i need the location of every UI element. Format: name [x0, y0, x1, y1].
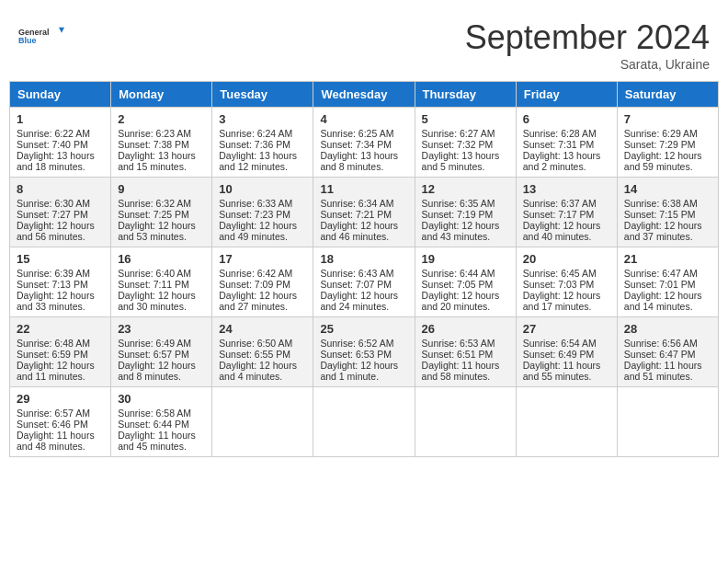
daylight-text: Daylight: 12 hours and 27 minutes. — [219, 290, 297, 312]
day-number: 18 — [320, 252, 407, 266]
sunset-text: Sunset: 7:01 PM — [624, 279, 696, 290]
sunset-text: Sunset: 7:07 PM — [320, 279, 392, 290]
sunrise-text: Sunrise: 6:56 AM — [624, 338, 698, 349]
calendar-week-row: 29Sunrise: 6:57 AMSunset: 6:46 PMDayligh… — [10, 387, 719, 457]
sunset-text: Sunset: 6:55 PM — [219, 349, 290, 360]
calendar-cell: 4Sunrise: 6:25 AMSunset: 7:34 PMDaylight… — [313, 108, 415, 178]
day-number: 12 — [422, 182, 509, 196]
daylight-text: Daylight: 11 hours and 45 minutes. — [118, 430, 196, 452]
calendar-cell — [617, 387, 718, 457]
daylight-text: Daylight: 12 hours and 53 minutes. — [118, 220, 196, 242]
calendar-cell: 22Sunrise: 6:48 AMSunset: 6:59 PMDayligh… — [10, 317, 111, 387]
sunset-text: Sunset: 7:17 PM — [523, 209, 595, 220]
day-number: 15 — [17, 252, 104, 266]
sunrise-text: Sunrise: 6:40 AM — [118, 268, 191, 279]
calendar-table: SundayMondayTuesdayWednesdayThursdayFrid… — [9, 81, 719, 457]
calendar-header-row: SundayMondayTuesdayWednesdayThursdayFrid… — [10, 82, 719, 108]
daylight-text: Daylight: 13 hours and 5 minutes. — [422, 150, 500, 172]
daylight-text: Daylight: 13 hours and 8 minutes. — [320, 150, 398, 172]
day-number: 14 — [624, 182, 711, 196]
sunrise-text: Sunrise: 6:53 AM — [422, 338, 495, 349]
sunrise-text: Sunrise: 6:33 AM — [219, 198, 292, 209]
calendar-cell: 20Sunrise: 6:45 AMSunset: 7:03 PMDayligh… — [516, 247, 617, 317]
daylight-text: Daylight: 12 hours and 1 minute. — [320, 360, 398, 382]
sunset-text: Sunset: 7:11 PM — [118, 279, 189, 290]
sunset-text: Sunset: 7:36 PM — [219, 139, 290, 150]
day-number: 20 — [523, 252, 610, 266]
svg-marker-2 — [59, 28, 64, 33]
sunrise-text: Sunrise: 6:54 AM — [523, 338, 597, 349]
daylight-text: Daylight: 12 hours and 37 minutes. — [624, 220, 702, 242]
day-number: 2 — [118, 112, 205, 126]
sunset-text: Sunset: 7:15 PM — [624, 209, 696, 220]
calendar-cell: 7Sunrise: 6:29 AMSunset: 7:29 PMDaylight… — [617, 108, 718, 178]
day-number: 21 — [624, 252, 711, 266]
calendar-week-row: 1Sunrise: 6:22 AMSunset: 7:40 PMDaylight… — [10, 108, 719, 178]
sunrise-text: Sunrise: 6:24 AM — [219, 128, 292, 139]
sunset-text: Sunset: 6:53 PM — [320, 349, 392, 360]
day-number: 4 — [320, 112, 407, 126]
day-number: 7 — [624, 112, 711, 126]
col-header-monday: Monday — [111, 82, 212, 108]
sunset-text: Sunset: 7:21 PM — [320, 209, 392, 220]
col-header-tuesday: Tuesday — [212, 82, 313, 108]
day-number: 22 — [17, 322, 104, 336]
sunset-text: Sunset: 7:19 PM — [422, 209, 494, 220]
sunrise-text: Sunrise: 6:44 AM — [422, 268, 495, 279]
sunset-text: Sunset: 7:25 PM — [118, 209, 189, 220]
sunset-text: Sunset: 7:03 PM — [523, 279, 595, 290]
daylight-text: Daylight: 11 hours and 51 minutes. — [624, 360, 702, 382]
daylight-text: Daylight: 11 hours and 55 minutes. — [523, 360, 601, 382]
calendar-cell — [313, 387, 415, 457]
sunset-text: Sunset: 7:31 PM — [523, 139, 595, 150]
day-number: 17 — [219, 252, 306, 266]
sunset-text: Sunset: 6:49 PM — [523, 349, 595, 360]
col-header-friday: Friday — [516, 82, 617, 108]
sunrise-text: Sunrise: 6:43 AM — [320, 268, 393, 279]
calendar-cell: 27Sunrise: 6:54 AMSunset: 6:49 PMDayligh… — [516, 317, 617, 387]
sunrise-text: Sunrise: 6:57 AM — [17, 408, 90, 419]
sunset-text: Sunset: 6:44 PM — [118, 419, 189, 430]
day-number: 1 — [17, 112, 104, 126]
sunrise-text: Sunrise: 6:25 AM — [320, 128, 393, 139]
day-number: 23 — [118, 322, 205, 336]
sunset-text: Sunset: 6:59 PM — [17, 349, 88, 360]
calendar-cell: 17Sunrise: 6:42 AMSunset: 7:09 PMDayligh… — [212, 247, 313, 317]
daylight-text: Daylight: 12 hours and 4 minutes. — [219, 360, 297, 382]
sunrise-text: Sunrise: 6:39 AM — [17, 268, 90, 279]
calendar-cell: 16Sunrise: 6:40 AMSunset: 7:11 PMDayligh… — [111, 247, 212, 317]
sunset-text: Sunset: 7:13 PM — [17, 279, 88, 290]
day-number: 28 — [624, 322, 711, 336]
svg-text:General: General — [18, 28, 50, 37]
sunrise-text: Sunrise: 6:35 AM — [422, 198, 495, 209]
daylight-text: Daylight: 12 hours and 8 minutes. — [118, 360, 196, 382]
calendar-cell — [212, 387, 313, 457]
day-number: 16 — [118, 252, 205, 266]
sunrise-text: Sunrise: 6:28 AM — [523, 128, 597, 139]
calendar-cell: 26Sunrise: 6:53 AMSunset: 6:51 PMDayligh… — [415, 317, 516, 387]
calendar-cell: 11Sunrise: 6:34 AMSunset: 7:21 PMDayligh… — [313, 178, 415, 247]
daylight-text: Daylight: 12 hours and 20 minutes. — [422, 290, 500, 312]
day-number: 25 — [320, 322, 407, 336]
sunrise-text: Sunrise: 6:58 AM — [118, 408, 191, 419]
calendar-cell: 5Sunrise: 6:27 AMSunset: 7:32 PMDaylight… — [415, 108, 516, 178]
calendar-cell: 19Sunrise: 6:44 AMSunset: 7:05 PMDayligh… — [415, 247, 516, 317]
calendar-cell: 24Sunrise: 6:50 AMSunset: 6:55 PMDayligh… — [212, 317, 313, 387]
daylight-text: Daylight: 12 hours and 33 minutes. — [17, 290, 95, 312]
sunrise-text: Sunrise: 6:37 AM — [523, 198, 597, 209]
sunrise-text: Sunrise: 6:52 AM — [320, 338, 393, 349]
sunrise-text: Sunrise: 6:47 AM — [624, 268, 698, 279]
sunset-text: Sunset: 6:51 PM — [422, 349, 494, 360]
day-number: 11 — [320, 182, 407, 196]
calendar-cell: 12Sunrise: 6:35 AMSunset: 7:19 PMDayligh… — [415, 178, 516, 247]
daylight-text: Daylight: 13 hours and 12 minutes. — [219, 150, 297, 172]
daylight-text: Daylight: 13 hours and 18 minutes. — [17, 150, 95, 172]
calendar-cell: 25Sunrise: 6:52 AMSunset: 6:53 PMDayligh… — [313, 317, 415, 387]
day-number: 27 — [523, 322, 610, 336]
calendar-cell: 29Sunrise: 6:57 AMSunset: 6:46 PMDayligh… — [10, 387, 111, 457]
day-number: 9 — [118, 182, 205, 196]
calendar-cell: 23Sunrise: 6:49 AMSunset: 6:57 PMDayligh… — [111, 317, 212, 387]
sunset-text: Sunset: 6:57 PM — [118, 349, 189, 360]
daylight-text: Daylight: 12 hours and 43 minutes. — [422, 220, 500, 242]
col-header-wednesday: Wednesday — [313, 82, 415, 108]
